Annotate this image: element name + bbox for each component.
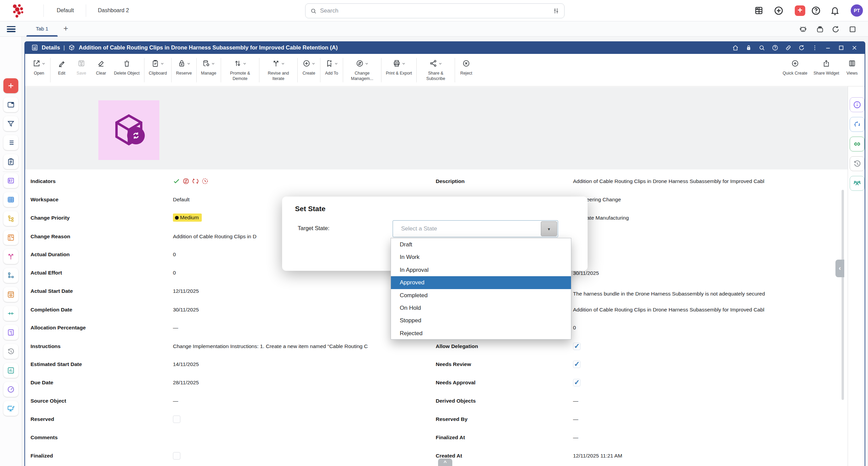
- notifications-bell-icon[interactable]: [830, 6, 840, 16]
- option-in-work[interactable]: In Work: [391, 251, 571, 263]
- maximize-icon[interactable]: [838, 44, 845, 51]
- estimated-start-date-value: 14/11/2025: [173, 361, 199, 367]
- sidebar-workflow-button[interactable]: [3, 249, 18, 264]
- save-button[interactable]: Save: [72, 54, 91, 86]
- sidebar-compare-button[interactable]: [3, 306, 18, 321]
- help-icon[interactable]: [772, 44, 778, 51]
- option-stopped[interactable]: Stopped: [391, 314, 571, 327]
- more-kebab-icon[interactable]: [811, 44, 818, 51]
- help-icon[interactable]: [811, 6, 821, 16]
- edit-button[interactable]: Edit: [52, 54, 72, 86]
- option-on-hold[interactable]: On Hold: [391, 302, 571, 314]
- window-title-bar[interactable]: Details | Addition of Cable Routing Clip…: [24, 41, 865, 54]
- sidebar-form-button[interactable]: [3, 173, 18, 188]
- sidebar-add-button[interactable]: [3, 78, 18, 93]
- option-in-approval[interactable]: In Approval: [391, 264, 571, 276]
- sidebar-preview-button[interactable]: [3, 287, 18, 302]
- needs-review-checkbox[interactable]: [573, 361, 580, 368]
- search-settings-icon[interactable]: [553, 7, 559, 14]
- sidebar-metrics-button[interactable]: [3, 382, 18, 397]
- sidebar-list-button[interactable]: [3, 135, 18, 150]
- sidebar-reports-button[interactable]: [3, 363, 18, 378]
- chevron-down-icon: [243, 62, 246, 65]
- option-completed[interactable]: Completed: [391, 289, 571, 302]
- sidebar-remote-button[interactable]: [3, 401, 18, 416]
- plus-icon: [7, 82, 15, 90]
- target-state-select[interactable]: Select a State ▼: [393, 220, 558, 237]
- add-tab-button[interactable]: +: [60, 21, 72, 36]
- panel-collapse-handle[interactable]: ‹: [835, 260, 844, 277]
- sidebar-table-button[interactable]: [3, 192, 18, 207]
- add-to-button[interactable]: Add To: [322, 54, 341, 86]
- global-search[interactable]: [305, 3, 565, 18]
- views-button[interactable]: Views: [842, 54, 862, 86]
- rail-links-button[interactable]: [850, 137, 865, 151]
- refresh-icon[interactable]: [831, 25, 840, 34]
- app-logo-icon[interactable]: [9, 3, 27, 18]
- assistant-bot-icon[interactable]: [799, 25, 807, 34]
- rail-info-button[interactable]: [850, 97, 865, 112]
- delete-object-button[interactable]: Delete Object: [111, 54, 143, 86]
- nav-item-default[interactable]: Default: [46, 0, 85, 21]
- needs-approval-label: Needs Approval: [436, 380, 475, 386]
- share-subscribe-button[interactable]: Share & Subscribe: [418, 54, 453, 86]
- reserve-button[interactable]: Reserve: [173, 54, 195, 86]
- manage-button[interactable]: Manage: [198, 54, 219, 86]
- option-approved[interactable]: Approved: [391, 276, 571, 289]
- rail-history-button[interactable]: [850, 156, 865, 171]
- description-value: Addition of Cable Routing Clips in Drone…: [573, 178, 764, 184]
- option-draft[interactable]: Draft: [391, 238, 571, 251]
- sidebar-structure-button[interactable]: [3, 211, 18, 226]
- form-scrollbar[interactable]: [842, 190, 844, 400]
- left-icon-sidebar: [0, 37, 22, 466]
- finalized-checkbox[interactable]: [173, 452, 180, 460]
- quick-add-button[interactable]: +: [795, 5, 805, 16]
- scroll-up-handle[interactable]: ^: [438, 459, 452, 466]
- change-management-button[interactable]: Change Managem...: [344, 54, 380, 86]
- close-icon[interactable]: [851, 44, 858, 51]
- search-icon[interactable]: [758, 44, 765, 51]
- link-icon[interactable]: [785, 44, 792, 51]
- home-icon[interactable]: [732, 44, 739, 51]
- sidebar-graph-button[interactable]: [3, 268, 18, 283]
- quick-create-button[interactable]: Quick Create: [780, 54, 810, 86]
- print-export-button[interactable]: Print & Export: [383, 54, 415, 86]
- allow-delegation-checkbox[interactable]: [573, 343, 580, 350]
- lock-icon[interactable]: [745, 44, 752, 51]
- rail-lifecycle-button[interactable]: [850, 117, 865, 132]
- reserved-checkbox[interactable]: [173, 416, 180, 423]
- sidebar-kanban-button[interactable]: [3, 230, 18, 245]
- sidebar-window-button[interactable]: [3, 97, 18, 112]
- maximize-icon[interactable]: [848, 25, 857, 34]
- sidebar-history-button[interactable]: [3, 344, 18, 359]
- sidebar-notes-button[interactable]: [3, 325, 18, 340]
- sidebar-clipboard-button[interactable]: [3, 154, 18, 169]
- spreadsheet-export-icon[interactable]: [754, 6, 764, 15]
- nav-divider: [43, 4, 44, 17]
- search-input[interactable]: [320, 7, 553, 14]
- create-button[interactable]: Create: [299, 54, 319, 86]
- promote-demote-button[interactable]: Promote & Demote: [222, 54, 258, 86]
- add-circle-icon[interactable]: [774, 6, 784, 16]
- numeric-value: 0: [573, 325, 576, 331]
- open-button[interactable]: Open: [29, 54, 49, 86]
- user-avatar[interactable]: PT: [851, 4, 863, 17]
- clear-button[interactable]: Clear: [91, 54, 111, 86]
- refresh-icon[interactable]: [798, 44, 805, 51]
- rail-team-button[interactable]: [850, 176, 865, 191]
- nav-item-dashboard[interactable]: Dashboard 2: [89, 0, 138, 21]
- minimize-icon[interactable]: [825, 44, 831, 51]
- share-widget-button[interactable]: Share Widget: [810, 54, 842, 86]
- option-rejected[interactable]: Rejected: [391, 327, 571, 340]
- tab-tab1[interactable]: Tab 1: [26, 21, 58, 36]
- revise-iterate-button[interactable]: Revise and Iterate: [261, 54, 296, 86]
- widget-stack-icon[interactable]: [816, 25, 824, 34]
- clipboard-button[interactable]: Clipboard: [146, 54, 170, 86]
- needs-approval-checkbox[interactable]: [573, 379, 580, 386]
- reject-button[interactable]: Reject: [456, 54, 476, 86]
- select-dropdown-button[interactable]: ▼: [541, 221, 557, 236]
- indicators-label: Indicators: [31, 178, 56, 184]
- sidebar-filter-button[interactable]: [3, 116, 18, 131]
- list-icon: [7, 139, 15, 147]
- menu-hamburger-icon[interactable]: [7, 26, 16, 32]
